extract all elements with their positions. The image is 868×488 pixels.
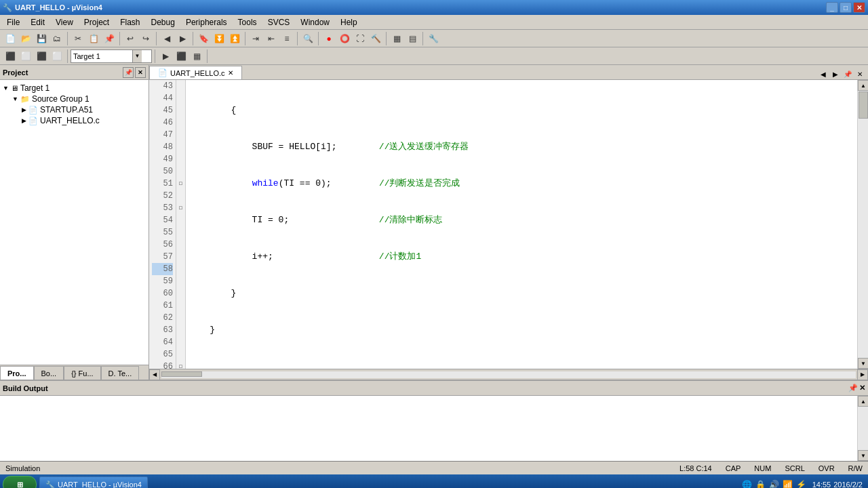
nav-btn1[interactable]: ◀ (159, 31, 174, 46)
build-pin-btn[interactable]: 📌 (848, 384, 858, 392)
tb2-btn3[interactable]: ⬛ (34, 49, 49, 64)
tree-item-uart[interactable]: ▶ 📄 UART_HELLO.c (0, 115, 149, 126)
search-btn[interactable]: 🔍 (300, 31, 315, 46)
build-panel-title: Build Output (3, 384, 48, 392)
build-close-btn[interactable]: ✕ (859, 384, 865, 392)
h-scroll-left-btn[interactable]: ◀ (149, 369, 160, 380)
tab-templates[interactable]: D. Te... (101, 366, 140, 380)
tab-books[interactable]: Bo... (34, 366, 64, 380)
debug-stop-btn[interactable]: ⭕ (337, 31, 352, 46)
tab-project[interactable]: Pro... (0, 366, 34, 380)
editor-scroll-left-btn[interactable]: ◀ (818, 68, 829, 79)
expand-icon-uart[interactable]: ▶ (22, 117, 26, 124)
tb2-dbg3[interactable]: ▦ (189, 49, 204, 64)
editor-pin-btn[interactable]: 📌 (842, 68, 853, 79)
ln-52: 52 (152, 190, 173, 202)
menu-window[interactable]: Window (295, 16, 335, 28)
tree-item-target1[interactable]: ▼ 🖥 Target 1 (0, 83, 149, 94)
toolbar-2: ⬛ ⬜ ⬛ ⬜ ▼ ▶ ⬛ ▦ (0, 47, 868, 65)
menu-peripherals[interactable]: Peripherals (180, 16, 233, 28)
menu-edit[interactable]: Edit (25, 16, 50, 28)
open-btn[interactable]: 📂 (18, 31, 33, 46)
editor-tab-icon: 📄 (158, 68, 167, 77)
h-scroll-right-btn[interactable]: ▶ (857, 369, 868, 380)
tree-item-startup[interactable]: ▶ 📄 STARTUP.A51 (0, 104, 149, 115)
editor-scroll-right-btn[interactable]: ▶ (830, 68, 841, 79)
build-scroll-up[interactable]: ▲ (858, 396, 868, 407)
scroll-thumb[interactable] (859, 92, 868, 119)
debug-btn4[interactable]: 🔨 (368, 31, 383, 46)
prev-bookmark-btn[interactable]: ⏫ (227, 31, 242, 46)
panel-close-btn[interactable]: ✕ (135, 67, 146, 78)
code-editor[interactable]: { SBUF = HELLO[i]; //送入发送缓冲寄存器 while(TI … (186, 80, 857, 369)
view-btn1[interactable]: ▦ (389, 31, 404, 46)
indent-btn[interactable]: ⇥ (248, 31, 263, 46)
tb2-dbg1[interactable]: ▶ (158, 49, 173, 64)
expand-icon-startup[interactable]: ▶ (22, 106, 26, 113)
tray-icon-5[interactable]: ⚡ (796, 479, 807, 488)
target-dropdown-btn[interactable]: ▼ (132, 50, 142, 62)
menu-flash[interactable]: Flash (115, 16, 145, 28)
close-button[interactable]: ✕ (853, 2, 865, 13)
editor-tab-close-btn[interactable]: ✕ (228, 69, 233, 77)
code-container[interactable]: 43 44 45 46 47 48 49 50 51 52 53 54 55 5… (149, 80, 857, 369)
scroll-track[interactable] (858, 91, 868, 358)
nav-btn2[interactable]: ▶ (175, 31, 190, 46)
tray-icon-4[interactable]: 📶 (783, 479, 793, 488)
minimize-button[interactable]: _ (826, 2, 838, 13)
cut-btn[interactable]: ✂ (71, 31, 85, 46)
target-select-combo[interactable]: ▼ (71, 49, 152, 63)
debug-btn3[interactable]: ⛶ (353, 31, 368, 46)
menu-project[interactable]: Project (79, 16, 115, 28)
scroll-down-btn[interactable]: ▼ (858, 358, 868, 369)
view-btn2[interactable]: ▤ (405, 31, 420, 46)
menu-view[interactable]: View (50, 16, 79, 28)
next-bookmark-btn[interactable]: ⏬ (212, 31, 226, 46)
save-all-btn[interactable]: 🗂 (50, 31, 64, 46)
outdent-btn[interactable]: ⇤ (264, 31, 279, 46)
menu-svcs[interactable]: SVCS (262, 16, 296, 28)
tray-icon-1[interactable]: 🌐 (742, 479, 753, 488)
build-panel: Build Output 📌 ✕ ▲ ▼ (0, 380, 868, 461)
new-btn[interactable]: 📄 (3, 31, 18, 46)
tree-item-sourcegroup1[interactable]: ▼ 📁 Source Group 1 (0, 94, 149, 104)
tb2-btn4[interactable]: ⬜ (50, 49, 64, 64)
build-scroll-down[interactable]: ▼ (858, 450, 868, 461)
start-button[interactable]: ⊞ (3, 476, 37, 488)
maximize-button[interactable]: □ (840, 2, 852, 13)
build-content[interactable] (0, 396, 857, 461)
undo-btn[interactable]: ↩ (123, 31, 138, 46)
editor-tab-uart[interactable]: 📄 UART_HELLO.c ✕ (149, 66, 242, 79)
h-scroll-track[interactable] (161, 371, 856, 378)
window-controls: _ □ ✕ (826, 2, 865, 13)
expand-icon-sg1[interactable]: ▼ (12, 96, 18, 102)
bookmark-btn[interactable]: 🔖 (196, 31, 211, 46)
tray-icon-2[interactable]: 🔒 (755, 479, 766, 488)
tb2-dbg2[interactable]: ⬛ (174, 49, 189, 64)
scroll-up-btn[interactable]: ▲ (858, 80, 868, 91)
tb2-btn1[interactable]: ⬛ (3, 49, 18, 64)
expand-icon-target1[interactable]: ▼ (3, 85, 9, 92)
target-input[interactable] (71, 52, 132, 60)
menu-tools[interactable]: Tools (233, 16, 262, 28)
format-btn[interactable]: ≡ (279, 31, 294, 46)
save-btn[interactable]: 💾 (34, 31, 49, 46)
panel-pin-btn[interactable]: 📌 (123, 67, 134, 78)
taskbar-app-uvision[interactable]: 🔧 UART_HELLO - µVision4 (39, 476, 148, 488)
tray-icon-3[interactable]: 🔊 (769, 479, 780, 488)
menu-help[interactable]: Help (335, 16, 363, 28)
menu-debug[interactable]: Debug (146, 16, 180, 28)
h-scroll-thumb[interactable] (161, 371, 202, 377)
tab-functions[interactable]: {} Fu... (64, 366, 100, 380)
redo-btn[interactable]: ↪ (138, 31, 153, 46)
debug-run-btn[interactable]: ● (321, 31, 336, 46)
settings-btn[interactable]: 🔧 (426, 31, 441, 46)
cap-status: CAP (726, 464, 741, 472)
tb2-btn2[interactable]: ⬜ (18, 49, 33, 64)
paste-btn[interactable]: 📌 (102, 31, 117, 46)
editor-close-btn[interactable]: ✕ (854, 68, 865, 79)
copy-btn[interactable]: 📋 (86, 31, 101, 46)
build-scroll-track[interactable] (858, 407, 868, 450)
ln-49: 49 (152, 153, 173, 165)
menu-file[interactable]: File (1, 16, 25, 28)
